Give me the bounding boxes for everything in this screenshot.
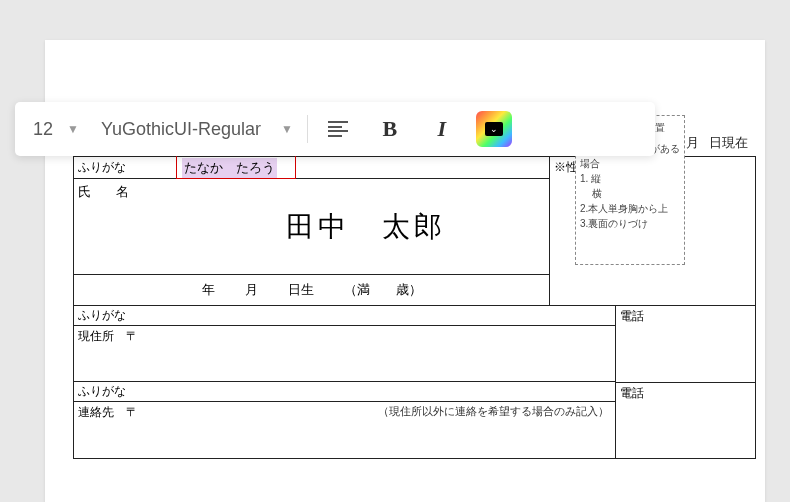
- name-label: 氏 名: [74, 179, 182, 274]
- photo-line3: 3.裏面のりづけ: [580, 216, 680, 231]
- birth-month-label: 月: [245, 281, 258, 299]
- bold-icon: B: [383, 116, 398, 142]
- contact-note: （現住所以外に連絡を希望する場合のみ記入）: [378, 404, 609, 419]
- birth-row[interactable]: 年 月 日生 （満 歳）: [74, 275, 549, 305]
- text-color-button[interactable]: ⌄: [472, 109, 516, 149]
- telephone-cell-2[interactable]: 電話: [616, 383, 755, 459]
- furigana-value-wrap: たなか たろう: [182, 158, 549, 178]
- italic-button[interactable]: I: [420, 109, 464, 149]
- name-value[interactable]: 田中 太郎: [182, 179, 549, 274]
- current-address-row[interactable]: 現住所 〒: [74, 326, 615, 382]
- birth-day-label: 日生: [288, 281, 314, 299]
- font-size-value: 12: [33, 119, 53, 140]
- contact-address-row[interactable]: 連絡先 〒 （現住所以外に連絡を希望する場合のみ記入）: [74, 402, 615, 458]
- address-section: ふりがな 現住所 〒 ふりがな 連絡先 〒 （現住所以外に連絡を希望する場合のみ…: [73, 306, 756, 459]
- separator: [307, 115, 308, 143]
- address-furigana-row[interactable]: ふりがな: [74, 306, 615, 326]
- furigana-value[interactable]: たなか たろう: [182, 158, 277, 178]
- font-family-dropdown[interactable]: YuGothicUI-Regular ▼: [95, 119, 299, 140]
- day-label: 日現在: [709, 134, 748, 152]
- current-address-label: 現住所 〒: [78, 329, 138, 343]
- italic-icon: I: [438, 116, 447, 142]
- telephone-cell-1[interactable]: 電話: [616, 306, 755, 383]
- chevron-down-icon: ▼: [281, 122, 293, 136]
- photo-line1: 1. 縦: [580, 171, 680, 186]
- bold-button[interactable]: B: [368, 109, 412, 149]
- month-label: 月: [686, 134, 699, 152]
- birth-age-label: （満 歳）: [344, 281, 422, 299]
- furigana-row[interactable]: ふりがな たなか たろう: [74, 157, 549, 179]
- font-size-dropdown[interactable]: 12 ▼: [25, 119, 87, 140]
- name-left-column: ふりがな たなか たろう 氏 名 田中 太郎 年 月 日生 （満 歳）: [74, 157, 549, 305]
- furigana-label: ふりがな: [74, 159, 182, 176]
- name-row[interactable]: 氏 名 田中 太郎: [74, 179, 549, 275]
- photo-line1b: 横: [580, 186, 680, 201]
- telephone-column: 電話 電話: [615, 306, 755, 458]
- photo-line2: 2.本人単身胸から上: [580, 201, 680, 216]
- font-family-value: YuGothicUI-Regular: [101, 119, 261, 140]
- align-left-icon: [328, 121, 348, 137]
- address-left-column: ふりがな 現住所 〒 ふりがな 連絡先 〒 （現住所以外に連絡を希望する場合のみ…: [74, 306, 615, 458]
- chevron-down-icon: ⌄: [490, 124, 498, 134]
- color-swatch-icon: ⌄: [476, 111, 512, 147]
- contact-address-label: 連絡先 〒: [78, 405, 138, 419]
- chevron-down-icon: ▼: [67, 122, 79, 136]
- text-toolbar: 12 ▼ YuGothicUI-Regular ▼ B I ⌄: [15, 102, 655, 156]
- align-left-button[interactable]: [316, 109, 360, 149]
- contact-furigana-row[interactable]: ふりがな: [74, 382, 615, 402]
- birth-year-label: 年: [202, 281, 215, 299]
